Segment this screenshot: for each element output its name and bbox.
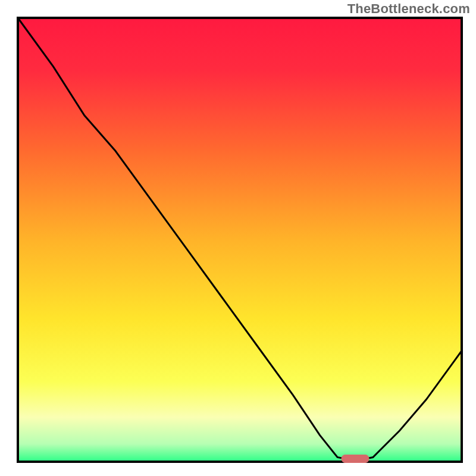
bottleneck-chart [0,0,476,476]
chart-container: TheBottleneck.com [0,0,476,476]
optimal-marker [342,455,369,463]
watermark-text: TheBottleneck.com [347,1,470,17]
plot-background [18,18,462,462]
